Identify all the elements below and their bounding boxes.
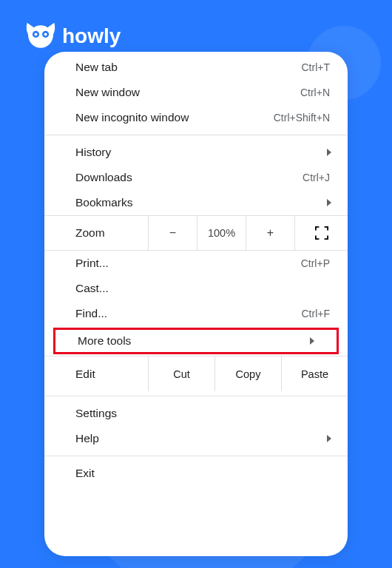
fullscreen-button[interactable] [294,216,348,250]
separator [44,135,348,135]
zoom-out-button[interactable]: − [148,216,197,250]
chrome-menu: New tab Ctrl+T New window Ctrl+N New inc… [44,52,348,556]
menu-label: History [75,146,318,159]
menu-label: Help [75,432,318,445]
brand-name: howly [62,24,121,48]
fullscreen-icon [315,226,328,240]
menu-label: Print... [75,257,301,270]
submenu-arrow-icon [308,337,316,345]
menu-item-history[interactable]: History [44,140,348,165]
menu-shortcut: Ctrl+J [303,172,333,183]
menu-label: Find... [75,307,302,320]
cut-button[interactable]: Cut [148,356,214,391]
separator [44,456,348,456]
menu-shortcut: Ctrl+F [302,308,334,320]
zoom-value: 100% [197,216,246,250]
menu-item-settings[interactable]: Settings [44,401,348,426]
brand-logo: howly [25,21,121,52]
edit-row: Edit Cut Copy Paste [44,356,348,391]
edit-label: Edit [44,356,148,391]
menu-label: Cast... [75,282,333,295]
menu-shortcut: Ctrl+T [302,61,334,73]
zoom-row: Zoom − 100% + [44,215,348,251]
menu-item-new-tab[interactable]: New tab Ctrl+T [44,55,348,80]
zoom-label: Zoom [44,216,148,250]
submenu-arrow-icon [325,149,333,156]
owl-icon [25,21,56,52]
menu-item-print[interactable]: Print... Ctrl+P [44,251,348,276]
svg-point-2 [34,33,37,36]
menu-item-bookmarks[interactable]: Bookmarks [44,190,348,215]
menu-item-find[interactable]: Find... Ctrl+F [44,301,348,326]
submenu-arrow-icon [325,199,333,206]
menu-item-new-incognito[interactable]: New incognito window Ctrl+Shift+N [44,105,348,130]
zoom-in-button[interactable]: + [246,216,294,250]
menu-item-downloads[interactable]: Downloads Ctrl+J [44,165,348,190]
menu-label: More tools [78,334,301,348]
menu-shortcut: Ctrl+Shift+N [274,112,333,124]
menu-label: Downloads [75,171,303,184]
menu-item-more-tools[interactable]: More tools [53,328,339,354]
menu-item-exit[interactable]: Exit [44,461,348,486]
menu-label: Bookmarks [75,196,318,209]
copy-button[interactable]: Copy [214,356,281,391]
menu-item-help[interactable]: Help [44,426,348,451]
paste-button[interactable]: Paste [281,356,348,391]
menu-item-cast[interactable]: Cast... [44,276,348,301]
menu-label: Exit [75,467,333,480]
menu-shortcut: Ctrl+P [301,257,333,269]
separator [44,396,348,396]
menu-label: New tab [75,61,302,74]
menu-shortcut: Ctrl+N [300,87,333,98]
menu-label: New incognito window [75,111,274,124]
svg-point-3 [44,33,47,36]
menu-label: New window [75,86,300,99]
submenu-arrow-icon [325,435,333,442]
menu-label: Settings [75,407,333,420]
menu-item-new-window[interactable]: New window Ctrl+N [44,80,348,105]
